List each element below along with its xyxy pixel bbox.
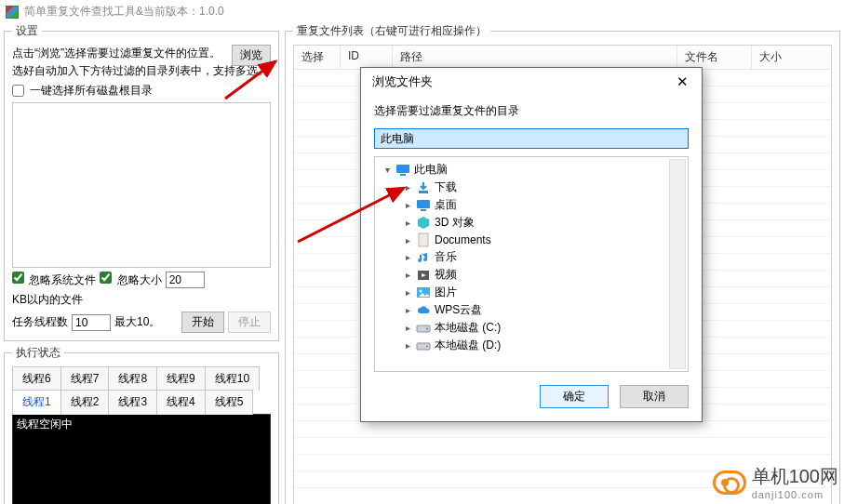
tree-item-label: 桌面 <box>435 197 457 213</box>
folder-path-input[interactable] <box>374 128 689 149</box>
tree-item-label: 下载 <box>435 179 457 195</box>
music-icon <box>416 250 431 265</box>
folder-tree[interactable]: ▾ 此电脑 ▸下载▸桌面▸3D 对象▸Documents▸音乐▸视频▸图片▸WP… <box>374 156 689 372</box>
thread-console: 线程空闲中 <box>12 414 271 504</box>
directory-listbox[interactable] <box>12 102 271 268</box>
tree-item-label: 音乐 <box>435 249 457 265</box>
col-select[interactable]: 选择 <box>294 46 341 69</box>
ok-button[interactable]: 确定 <box>540 385 609 408</box>
expand-icon[interactable]: ▸ <box>403 270 412 280</box>
tree-item[interactable]: ▸WPS云盘 <box>377 301 686 319</box>
status-legend: 执行状态 <box>12 345 64 361</box>
doc-icon <box>416 232 431 247</box>
desktop-icon <box>416 198 431 213</box>
expand-icon[interactable]: ▸ <box>403 200 412 210</box>
duplicate-list-legend: 重复文件列表（右键可进行相应操作） <box>293 23 490 39</box>
threads-label: 任务线程数 <box>12 314 68 330</box>
ignore-size-suffix: KB以内的文件 <box>12 292 83 308</box>
drive-icon <box>416 321 431 336</box>
dialog-title: 浏览文件夹 <box>372 73 433 90</box>
video-icon <box>416 268 431 283</box>
select-all-roots-label: 一键选择所有磁盘根目录 <box>30 83 153 99</box>
tab-thread6[interactable]: 线程6 <box>12 366 61 391</box>
expand-icon[interactable]: ▸ <box>403 235 412 245</box>
expand-icon[interactable]: ▾ <box>382 165 392 175</box>
svg-rect-2 <box>419 191 428 193</box>
ignore-system-label: 忽略系统文件 <box>29 273 96 286</box>
tree-item[interactable]: ▸3D 对象 <box>377 214 686 232</box>
tree-item[interactable]: ▸视频 <box>377 266 686 284</box>
watermark: 单机100网 danji100.com <box>713 464 838 500</box>
settings-desc-2: 选好自动加入下方待过滤的目录列表中，支持多选。 <box>12 64 269 77</box>
threads-input[interactable] <box>72 314 111 331</box>
tab-thread10[interactable]: 线程10 <box>205 366 260 391</box>
cloud-icon <box>416 303 431 318</box>
start-button[interactable]: 开始 <box>181 312 224 333</box>
browse-folder-dialog: 浏览文件夹 ✕ 选择需要过滤重复文件的目录 ▾ 此电脑 ▸下载▸桌面▸3D 对象… <box>360 67 703 422</box>
svg-rect-0 <box>396 165 409 173</box>
svg-rect-3 <box>417 200 430 208</box>
tab-thread2[interactable]: 线程2 <box>60 390 110 415</box>
tree-item[interactable]: ▸图片 <box>377 284 686 301</box>
select-all-roots-checkbox[interactable] <box>12 85 24 97</box>
svg-point-8 <box>420 289 422 292</box>
stop-button[interactable]: 停止 <box>228 312 271 333</box>
svg-point-12 <box>426 345 428 347</box>
expand-icon[interactable]: ▸ <box>403 218 412 228</box>
watermark-brand: 单机100网 <box>752 464 838 489</box>
ignore-system-checkbox[interactable] <box>12 272 24 284</box>
svg-rect-1 <box>400 174 406 176</box>
tree-item[interactable]: ▸本地磁盘 (D:) <box>377 337 686 354</box>
svg-rect-4 <box>421 209 426 211</box>
tree-item-label: 本地磁盘 (D:) <box>435 338 501 353</box>
tree-item[interactable]: ▸本地磁盘 (C:) <box>377 319 686 337</box>
col-name[interactable]: 文件名 <box>677 46 752 69</box>
browse-button[interactable]: 浏览 <box>232 45 271 66</box>
watermark-domain: danji100.com <box>752 489 838 500</box>
tab-thread8[interactable]: 线程8 <box>108 366 157 391</box>
tree-item-label: 3D 对象 <box>435 215 475 231</box>
ignore-size-checkbox[interactable] <box>100 272 112 284</box>
expand-icon[interactable]: ▸ <box>403 182 412 192</box>
app-icon <box>6 6 19 19</box>
col-size[interactable]: 大小 <box>752 46 831 69</box>
ignore-size-input[interactable] <box>166 272 205 288</box>
tree-item[interactable]: ▸音乐 <box>377 248 686 266</box>
tree-item[interactable]: ▸Documents <box>377 232 686 248</box>
tab-thread5[interactable]: 线程5 <box>205 390 254 415</box>
tab-thread1[interactable]: 线程1 <box>12 390 61 415</box>
expand-icon[interactable]: ▸ <box>403 340 412 351</box>
tree-root-label: 此电脑 <box>414 162 448 178</box>
computer-icon <box>395 163 410 178</box>
cube-icon <box>416 216 431 231</box>
threads-max-label: 最大10。 <box>114 314 160 330</box>
tree-item[interactable]: ▸桌面 <box>377 196 686 214</box>
expand-icon[interactable]: ▸ <box>403 252 412 262</box>
settings-panel: 设置 点击“浏览”选择需要过滤重复文件的位置。 浏览 选好自动加入下方待过滤的目… <box>4 23 279 341</box>
titlebar: 简单重复文件查找工具&当前版本：1.0.0 <box>0 0 844 23</box>
status-panel: 执行状态 线程6 线程7 线程8 线程9 线程10 线程1 线程2 线程3 线程… <box>4 345 279 504</box>
cancel-button[interactable]: 取消 <box>620 385 689 408</box>
tree-item-label: WPS云盘 <box>435 302 482 318</box>
tab-thread3[interactable]: 线程3 <box>108 390 157 415</box>
tree-item-label: 图片 <box>435 285 457 300</box>
col-path[interactable]: 路径 <box>393 46 677 69</box>
download-icon <box>416 180 431 195</box>
col-id[interactable]: ID <box>341 46 393 69</box>
tree-root[interactable]: ▾ 此电脑 <box>377 161 686 179</box>
close-icon[interactable]: ✕ <box>671 73 694 90</box>
image-icon <box>416 285 431 300</box>
watermark-logo-icon <box>713 471 746 495</box>
svg-rect-5 <box>419 233 428 246</box>
tab-thread7[interactable]: 线程7 <box>60 366 110 391</box>
expand-icon[interactable]: ▸ <box>403 305 412 315</box>
ignore-size-label: 忽略大小 <box>117 273 162 286</box>
tab-thread9[interactable]: 线程9 <box>156 366 206 391</box>
expand-icon[interactable]: ▸ <box>403 323 412 333</box>
tab-thread4[interactable]: 线程4 <box>156 390 206 415</box>
expand-icon[interactable]: ▸ <box>403 287 412 298</box>
tree-item[interactable]: ▸下载 <box>377 179 686 196</box>
tree-item-label: Documents <box>435 233 491 246</box>
app-title: 简单重复文件查找工具&当前版本：1.0.0 <box>24 4 224 20</box>
tree-item-label: 视频 <box>435 267 457 283</box>
